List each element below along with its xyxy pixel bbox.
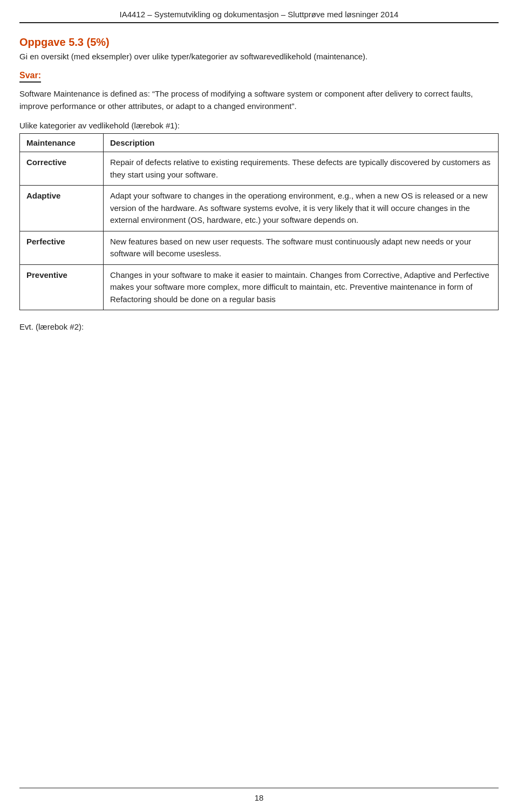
task-title-text: Oppgave 5.3	[19, 36, 84, 48]
svar-text: Software Maintenance is defined as: “The…	[19, 88, 499, 112]
description-cell-0: Repair of defects relative to existing r…	[104, 152, 499, 186]
table-intro: Ulike kategorier av vedlikehold (lærebok…	[19, 121, 499, 130]
maintenance-cell-2: Perfective	[20, 231, 104, 264]
table-header-row: Maintenance Description	[20, 134, 499, 152]
footer-line	[19, 788, 499, 788]
maintenance-cell-1: Adaptive	[20, 186, 104, 231]
table-row: PreventiveChanges in your software to ma…	[20, 264, 499, 310]
description-cell-3: Changes in your software to make it easi…	[104, 264, 499, 310]
maintenance-cell-3: Preventive	[20, 264, 104, 310]
maintenance-cell-0: Corrective	[20, 152, 104, 186]
task-title: Oppgave 5.3 (5%)	[19, 36, 499, 49]
table-row: AdaptiveAdapt your software to changes i…	[20, 186, 499, 231]
page-wrapper: IA4412 – Systemutvikling og dokumentasjo…	[0, 0, 518, 812]
table-row: PerfectiveNew features based on new user…	[20, 231, 499, 264]
table-row: CorrectiveRepair of defects relative to …	[20, 152, 499, 186]
header-title: IA4412 – Systemutvikling og dokumentasjo…	[120, 10, 399, 19]
maintenance-table: Maintenance Description CorrectiveRepair…	[19, 133, 499, 310]
description-cell-1: Adapt your software to changes in the op…	[104, 186, 499, 231]
task-percent: (5%)	[87, 36, 110, 48]
task-description: Gi en oversikt (med eksempler) over ulik…	[19, 52, 499, 61]
col-maintenance: Maintenance	[20, 134, 104, 152]
col-description: Description	[104, 134, 499, 152]
evt-text: Evt. (lærebok #2):	[19, 322, 499, 331]
svar-label: Svar:	[19, 71, 41, 83]
description-cell-2: New features based on new user requests.…	[104, 231, 499, 264]
page-number: 18	[255, 793, 264, 802]
page-header: IA4412 – Systemutvikling og dokumentasjo…	[19, 10, 499, 23]
